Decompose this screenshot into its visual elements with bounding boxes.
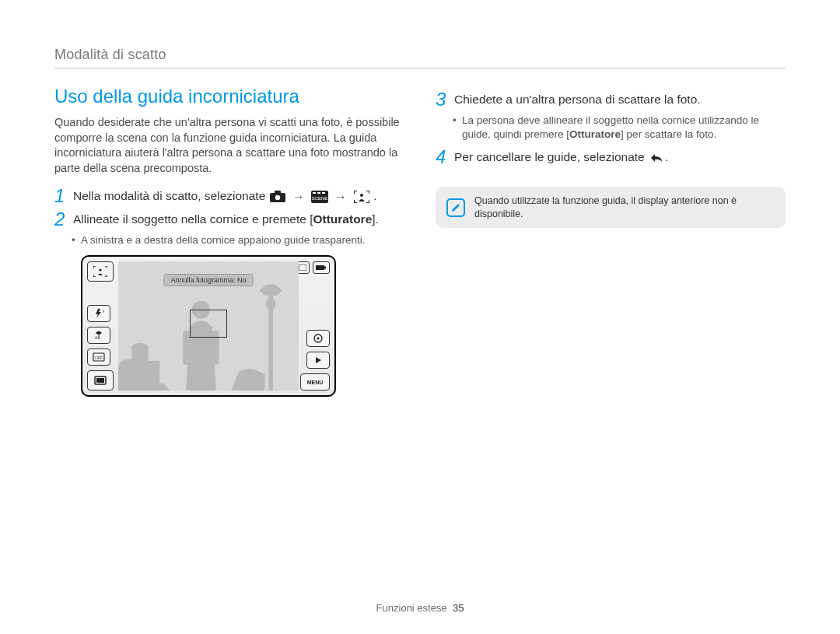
- section-title: Uso della guida incorniciatura: [54, 86, 404, 107]
- camera-right-buttons: MENU: [302, 261, 330, 391]
- step-number: 3: [436, 90, 454, 109]
- header-divider: [54, 68, 786, 68]
- front-lcd-button[interactable]: OFF: [87, 349, 110, 366]
- step-4-before: Per cancellare le guide, selezionate: [454, 150, 648, 163]
- camera-icon: [269, 190, 286, 204]
- step-2: 2 Allineate il soggetto nella cornice e …: [54, 212, 404, 229]
- step-4-text: Per cancellare le guide, selezionate .: [454, 149, 668, 166]
- display-button[interactable]: [87, 370, 114, 391]
- svg-point-25: [317, 338, 320, 340]
- page: Modalità di scatto Uso della guida incor…: [0, 0, 840, 634]
- svg-text:A: A: [95, 335, 98, 340]
- svg-point-8: [360, 194, 363, 197]
- svg-rect-15: [96, 378, 104, 383]
- step-2-before: Allineate il soggetto nella cornice e pr…: [73, 212, 313, 226]
- note-box: Quando utilizzate la funzione guida, il …: [436, 187, 786, 228]
- svg-rect-23: [324, 267, 326, 269]
- camera-scene: Annulla fotogramma: No: [118, 261, 299, 391]
- step-3-sub: La persona deve allineare il soggetto ne…: [462, 114, 786, 142]
- step-number: 4: [436, 148, 454, 166]
- step-1-period: .: [373, 189, 376, 202]
- step-4: 4 Per cancellare le guide, selezionate .: [436, 149, 786, 166]
- page-number: 35: [453, 602, 464, 614]
- settings-button[interactable]: [306, 330, 330, 347]
- svg-point-17: [265, 299, 276, 310]
- step-3: 3 Chiedete a un'altra persona di scattar…: [436, 92, 786, 109]
- svg-text:SCENE: SCENE: [311, 196, 327, 201]
- step-3-text: Chiedete a un'altra persona di scattare …: [454, 92, 701, 108]
- svg-text:A: A: [103, 309, 104, 313]
- step-number: 2: [54, 210, 73, 229]
- arrow-icon: →: [334, 189, 347, 205]
- status-icons: [296, 261, 330, 274]
- frame-guide-icon: [353, 190, 370, 204]
- play-button[interactable]: [306, 352, 330, 369]
- step-3-sub-bold: Otturatore: [569, 128, 621, 140]
- intro-paragraph: Quando desiderate che un'altra persona v…: [54, 115, 404, 176]
- note-text: Quando utilizzate la funzione guida, il …: [474, 194, 775, 220]
- step-2-sub: A sinistra e a destra della cornice appa…: [81, 233, 404, 247]
- step-2-text: Allineate il soggetto nella cornice e pr…: [73, 212, 379, 228]
- svg-rect-21: [299, 264, 306, 271]
- footer-label: Funzioni estese: [376, 602, 447, 614]
- svg-rect-5: [317, 192, 320, 194]
- camera-left-buttons: A A OFF: [87, 261, 115, 391]
- macro-button[interactable]: A: [87, 327, 110, 344]
- arrow-icon: →: [292, 189, 305, 205]
- column-left: Uso della guida incorniciatura Quando de…: [54, 86, 404, 397]
- pencil-icon: [446, 198, 465, 217]
- svg-text:OFF: OFF: [95, 356, 103, 360]
- step-4-period: .: [665, 150, 668, 163]
- svg-rect-1: [275, 191, 281, 194]
- svg-point-9: [99, 269, 101, 271]
- menu-button[interactable]: MENU: [300, 373, 330, 391]
- svg-rect-4: [313, 192, 316, 194]
- step-3-sub-after: ] per scattare la foto.: [621, 128, 716, 140]
- return-icon: [648, 151, 665, 165]
- svg-rect-22: [316, 265, 324, 270]
- step-number: 1: [54, 187, 73, 205]
- step-2-bold: Otturatore: [313, 212, 372, 226]
- svg-point-2: [275, 195, 279, 200]
- content-columns: Uso della guida incorniciatura Quando de…: [54, 86, 786, 397]
- step-1-text-before: Nella modalità di scatto, selezionate: [73, 189, 269, 202]
- step-2-after: ].: [372, 212, 379, 226]
- breadcrumb: Modalità di scatto: [54, 47, 786, 63]
- scene-icon: SCENE: [311, 190, 328, 204]
- step-1-text: Nella modalità di scatto, selezionate → …: [73, 188, 376, 205]
- frame-label: Annulla fotogramma: No: [163, 274, 253, 286]
- mode-button[interactable]: [87, 261, 114, 282]
- focus-rectangle: [190, 310, 227, 338]
- column-right: 3 Chiedete a un'altra persona di scattar…: [436, 86, 786, 397]
- page-footer: Funzioni estese 35: [0, 602, 840, 614]
- battery-icon: [313, 261, 330, 274]
- svg-text:MENU: MENU: [307, 380, 324, 385]
- flash-button[interactable]: A: [87, 305, 110, 322]
- step-1: 1 Nella modalità di scatto, selezionate …: [54, 188, 404, 205]
- camera-preview: A A OFF: [81, 255, 336, 397]
- svg-rect-6: [322, 192, 325, 194]
